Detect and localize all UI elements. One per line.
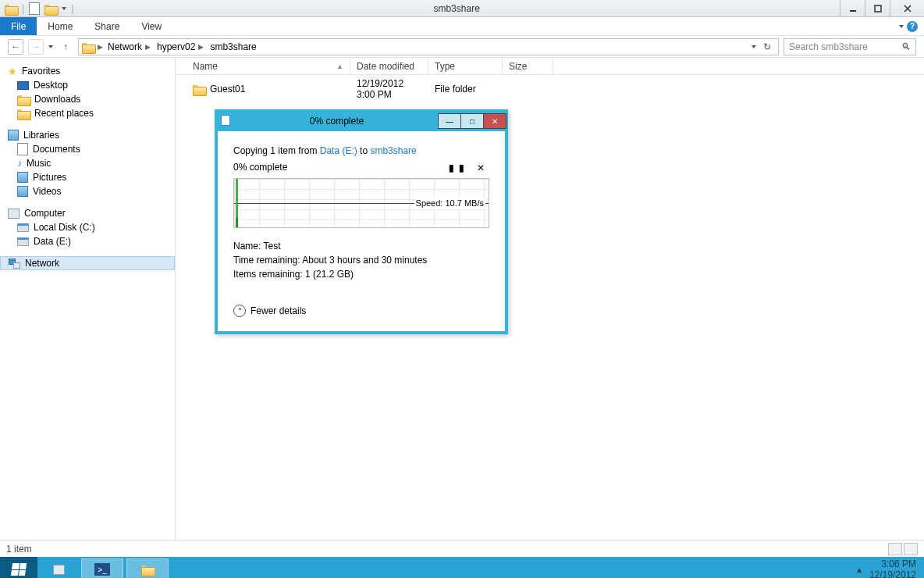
- network-header[interactable]: Network: [0, 256, 175, 270]
- column-type[interactable]: Type: [428, 58, 503, 74]
- dest-link[interactable]: smb3share: [370, 145, 416, 156]
- windows-logo-icon: [11, 563, 27, 576]
- search-icon: 🔍︎: [901, 41, 911, 52]
- sidebar-item-downloads[interactable]: Downloads: [0, 92, 175, 106]
- ribbon-expand[interactable]: ?: [893, 17, 924, 35]
- qat-dropdown-icon[interactable]: [62, 7, 66, 10]
- sidebar-item-local-disk-c[interactable]: Local Disk (C:): [0, 220, 175, 234]
- address-dropdown-icon[interactable]: [752, 45, 756, 48]
- ribbon-tabs: File Home Share View ?: [0, 17, 924, 36]
- sidebar-item-music[interactable]: ♪Music: [0, 156, 175, 170]
- dialog-content: Copying 1 item from Data (E:) to smb3sha…: [218, 131, 505, 331]
- svg-rect-1: [875, 5, 881, 12]
- libraries-header[interactable]: Libraries: [0, 128, 175, 142]
- libraries-icon: [8, 130, 19, 141]
- sidebar-item-recent[interactable]: Recent places: [0, 106, 175, 120]
- new-folder-icon[interactable]: [44, 3, 57, 14]
- pause-button[interactable]: ▮▮: [449, 162, 469, 173]
- folder-app-icon: [5, 3, 17, 14]
- system-tray[interactable]: ▴ 3:06 PM 12/19/2012: [857, 558, 924, 578]
- star-icon: ★: [8, 66, 17, 77]
- tiles-view-button[interactable]: [904, 543, 918, 555]
- close-button[interactable]: [890, 0, 924, 16]
- history-dropdown-icon[interactable]: [48, 45, 53, 48]
- taskbar-powershell[interactable]: >_: [81, 558, 123, 578]
- sidebar-item-documents[interactable]: Documents: [0, 142, 175, 156]
- quick-access-toolbar: | |: [0, 2, 73, 15]
- favorites-header[interactable]: ★Favorites: [0, 64, 175, 78]
- tray-clock[interactable]: 3:06 PM 12/19/2012: [869, 558, 916, 578]
- sidebar-item-videos[interactable]: Videos: [0, 184, 175, 198]
- dialog-titlebar[interactable]: 0% complete — □ ✕: [216, 111, 506, 131]
- search-box[interactable]: Search smb3share 🔍︎: [784, 38, 916, 55]
- navigation-bar: ← → ↑ ▶ Network▶ hyperv02▶ smb3share ↻ S…: [0, 36, 924, 58]
- computer-group: Computer Local Disk (C:) Data (E:): [0, 206, 175, 248]
- tray-arrow-icon[interactable]: ▴: [857, 564, 862, 575]
- file-row-guest01[interactable]: Guest01 12/19/2012 3:00 PM File folder: [176, 75, 924, 103]
- window-controls: [840, 0, 924, 16]
- dialog-minimize-button[interactable]: —: [438, 113, 461, 129]
- dialog-title: 0% complete: [235, 116, 439, 127]
- computer-header[interactable]: Computer: [0, 206, 175, 220]
- column-headers: Name▲ Date modified Type Size: [176, 58, 924, 75]
- file-type: File folder: [428, 84, 503, 95]
- file-tab[interactable]: File: [0, 17, 37, 35]
- help-icon[interactable]: ?: [907, 21, 918, 32]
- copy-name: Test: [263, 241, 280, 252]
- breadcrumb-network[interactable]: Network▶: [106, 41, 152, 52]
- properties-icon[interactable]: [29, 2, 40, 15]
- file-date: 12/19/2012 3:00 PM: [350, 78, 428, 100]
- libraries-group: Libraries Documents ♪Music Pictures Vide…: [0, 128, 175, 198]
- titlebar: | | smb3share: [0, 0, 924, 17]
- home-tab[interactable]: Home: [37, 17, 84, 35]
- dialog-close-button[interactable]: ✕: [483, 113, 506, 129]
- server-manager-icon: [53, 565, 65, 575]
- taskbar: >_ ▴ 3:06 PM 12/19/2012: [0, 557, 924, 578]
- chevron-up-icon: ˄: [233, 305, 246, 317]
- breadcrumb-hyperv02[interactable]: hyperv02▶: [155, 41, 205, 52]
- items-remaining: 1 (21.2 GB): [305, 269, 354, 280]
- taskbar-explorer[interactable]: [126, 558, 169, 578]
- share-tab[interactable]: Share: [84, 17, 130, 35]
- address-bar[interactable]: ▶ Network▶ hyperv02▶ smb3share ↻: [78, 38, 779, 55]
- sidebar-item-pictures[interactable]: Pictures: [0, 170, 175, 184]
- search-placeholder: Search smb3share: [789, 41, 868, 52]
- copy-details: Name: Test Time remaining: About 3 hours…: [233, 239, 489, 281]
- start-button[interactable]: [0, 557, 37, 578]
- copy-dialog: 0% complete — □ ✕ Copying 1 item from Da…: [215, 109, 508, 334]
- navigation-pane: ★Favorites Desktop Downloads Recent plac…: [0, 58, 176, 540]
- documents-icon: [17, 143, 28, 155]
- maximize-button[interactable]: [865, 0, 890, 16]
- pictures-icon: [17, 172, 28, 183]
- view-buttons: [888, 543, 918, 555]
- source-link[interactable]: Data (E:): [320, 145, 357, 156]
- speed-label: Speed: 10.7 MB/s: [414, 198, 485, 208]
- column-size[interactable]: Size: [503, 58, 553, 74]
- recent-icon: [17, 108, 30, 119]
- qat-separator: |: [22, 3, 24, 14]
- details-view-button[interactable]: [888, 543, 902, 555]
- dialog-window-controls: — □ ✕: [439, 113, 506, 129]
- fewer-details-button[interactable]: ˄ Fewer details: [233, 297, 489, 322]
- cancel-button[interactable]: ✕: [477, 162, 489, 173]
- up-button[interactable]: ↑: [58, 39, 73, 55]
- percent-complete: 0% complete: [233, 162, 287, 173]
- back-button[interactable]: ←: [8, 39, 23, 55]
- network-icon: [9, 259, 20, 269]
- minimize-button[interactable]: [840, 0, 865, 16]
- column-name[interactable]: Name▲: [187, 58, 350, 74]
- dialog-maximize-button[interactable]: □: [460, 113, 484, 129]
- breadcrumb-smb3share[interactable]: smb3share: [208, 41, 258, 52]
- column-date[interactable]: Date modified: [350, 58, 428, 74]
- taskbar-server-manager[interactable]: [37, 565, 80, 575]
- view-tab[interactable]: View: [130, 17, 172, 35]
- forward-button[interactable]: →: [28, 39, 44, 55]
- chevron-down-icon: [899, 25, 904, 28]
- file-name: Guest01: [210, 84, 245, 95]
- time-remaining: About 3 hours and 30 minutes: [302, 255, 427, 266]
- favorites-group: ★Favorites Desktop Downloads Recent plac…: [0, 64, 175, 120]
- sidebar-item-data-e[interactable]: Data (E:): [0, 234, 175, 248]
- sidebar-item-desktop[interactable]: Desktop: [0, 78, 175, 92]
- refresh-button[interactable]: ↻: [759, 41, 775, 52]
- desktop-icon: [17, 81, 29, 90]
